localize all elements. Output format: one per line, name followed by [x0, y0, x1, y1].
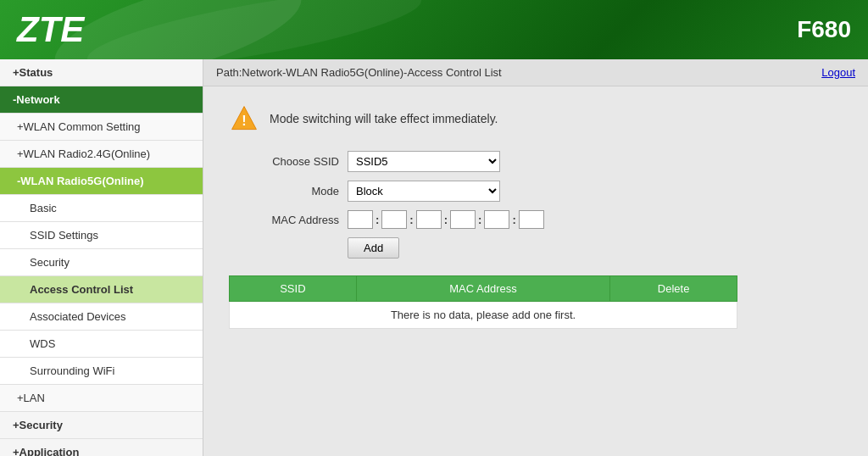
mac-sep-1: :: [376, 214, 379, 226]
mode-row: Mode Block Allow: [229, 181, 843, 202]
mac-input-6[interactable]: [519, 210, 544, 229]
sidebar-item-application[interactable]: +Application: [0, 439, 203, 456]
table-empty-row: There is no data, please add one first.: [230, 302, 737, 329]
mac-input-1[interactable]: [348, 210, 373, 229]
main-layout: +Status -Network +WLAN Common Setting +W…: [0, 59, 868, 456]
col-ssid: SSID: [230, 276, 357, 302]
mac-sep-5: :: [512, 214, 515, 226]
warning-icon: !: [229, 103, 259, 134]
mac-input-4[interactable]: [450, 210, 476, 229]
sidebar-item-wlan-common[interactable]: +WLAN Common Setting: [0, 114, 203, 141]
data-table: SSID MAC Address Delete There is no data…: [229, 275, 737, 329]
mode-select[interactable]: Block Allow: [348, 181, 500, 202]
mac-sep-2: :: [409, 214, 413, 226]
logout-link[interactable]: Logout: [821, 66, 855, 79]
warning-box: ! Mode switching will take effect immedi…: [229, 103, 843, 134]
choose-ssid-label: Choose SSID: [229, 155, 339, 168]
sidebar-item-wds[interactable]: WDS: [0, 331, 203, 358]
mac-address-row: MAC Address : : : : :: [229, 210, 843, 229]
sidebar: +Status -Network +WLAN Common Setting +W…: [0, 59, 203, 456]
content-body: ! Mode switching will take effect immedi…: [203, 86, 868, 456]
mac-sep-4: :: [478, 214, 481, 226]
add-button[interactable]: Add: [348, 237, 399, 259]
mode-label: Mode: [229, 185, 339, 197]
mac-input-2[interactable]: [381, 210, 407, 229]
sidebar-item-basic[interactable]: Basic: [0, 195, 203, 222]
sidebar-item-network[interactable]: -Network: [0, 86, 203, 114]
sidebar-item-surrounding-wifi[interactable]: Surrounding WiFi: [0, 358, 203, 385]
path-bar: Path:Network-WLAN Radio5G(Online)-Access…: [203, 59, 868, 86]
mac-address-label: MAC Address: [229, 214, 339, 226]
col-mac: MAC Address: [356, 276, 609, 302]
sidebar-item-security[interactable]: Security: [0, 249, 203, 276]
add-button-row: Add: [348, 237, 843, 259]
col-delete: Delete: [610, 276, 737, 302]
content-area: Path:Network-WLAN Radio5G(Online)-Access…: [203, 59, 868, 456]
mac-inputs: : : : : :: [348, 210, 544, 229]
mac-sep-3: :: [444, 214, 448, 226]
sidebar-item-access-control[interactable]: Access Control List: [0, 276, 203, 303]
sidebar-item-security-section[interactable]: +Security: [0, 412, 203, 439]
sidebar-item-lan[interactable]: +LAN: [0, 385, 203, 412]
mac-input-3[interactable]: [416, 210, 442, 229]
header: ZTE F680: [0, 0, 868, 59]
sidebar-item-wlan-radio5g[interactable]: -WLAN Radio5G(Online): [0, 168, 203, 195]
breadcrumb: Path:Network-WLAN Radio5G(Online)-Access…: [216, 66, 502, 79]
ssid-select[interactable]: SSID5 SSID1 SSID2 SSID3 SSID4 SSID6: [348, 151, 500, 172]
sidebar-item-wlan-radio24[interactable]: +WLAN Radio2.4G(Online): [0, 141, 203, 168]
mac-input-5[interactable]: [484, 210, 509, 229]
model-name: F680: [797, 16, 851, 43]
sidebar-item-associated-devices[interactable]: Associated Devices: [0, 303, 203, 331]
sidebar-item-status[interactable]: +Status: [0, 59, 203, 86]
choose-ssid-row: Choose SSID SSID5 SSID1 SSID2 SSID3 SSID…: [229, 151, 843, 172]
svg-text:!: !: [242, 113, 246, 128]
sidebar-item-ssid-settings[interactable]: SSID Settings: [0, 222, 203, 249]
form-section: Choose SSID SSID5 SSID1 SSID2 SSID3 SSID…: [229, 151, 843, 259]
table-header-row: SSID MAC Address Delete: [230, 276, 737, 302]
logo: ZTE: [17, 9, 84, 50]
warning-message: Mode switching will take effect immediat…: [270, 112, 498, 125]
table-empty-message: There is no data, please add one first.: [230, 302, 737, 329]
